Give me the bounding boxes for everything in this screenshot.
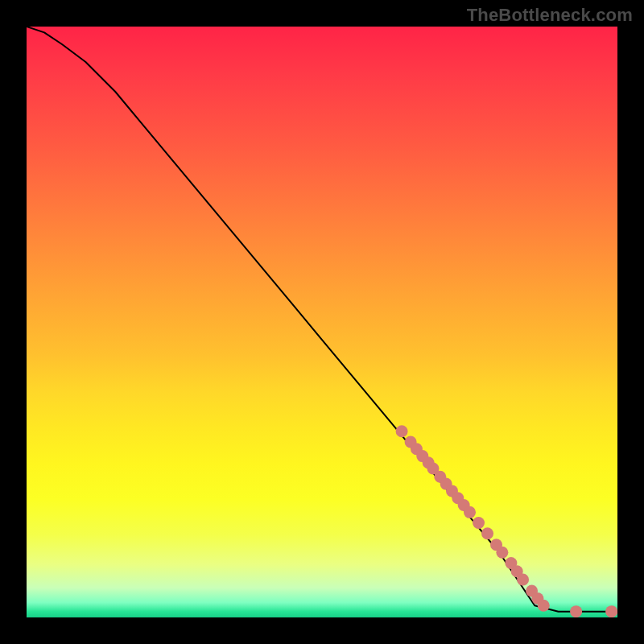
svg-point-12	[473, 517, 485, 529]
svg-point-0	[396, 425, 408, 437]
curve-line	[27, 27, 617, 612]
watermark-text: TheBottleneck.com	[467, 5, 633, 26]
svg-point-15	[496, 547, 508, 559]
chart-frame: TheBottleneck.com	[0, 0, 644, 644]
chart-overlay	[27, 27, 617, 617]
svg-point-11	[464, 506, 476, 518]
svg-point-18	[517, 574, 529, 586]
svg-point-21	[538, 600, 550, 612]
svg-point-13	[481, 527, 493, 539]
svg-point-22	[570, 605, 582, 617]
plot-area	[27, 27, 617, 617]
svg-point-23	[605, 605, 617, 617]
marker-points	[396, 425, 617, 617]
